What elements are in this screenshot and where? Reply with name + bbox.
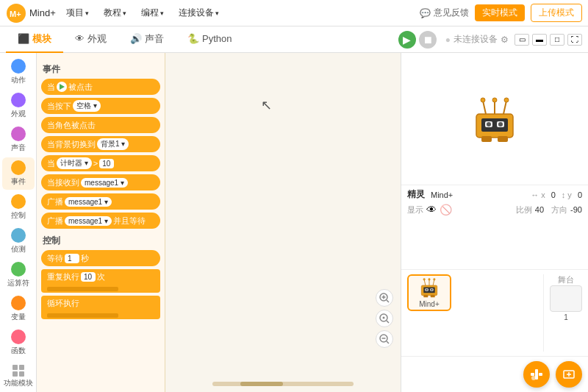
sidebar-item-label: 功能模块 [4, 378, 33, 388]
block-repeat[interactable]: 重复执行 10 次 [41, 269, 160, 293]
add-sprite-button[interactable] [523, 361, 550, 388]
sidebar-item-variables[interactable]: 变量 [2, 293, 35, 325]
svg-point-28 [504, 98, 509, 102]
svg-point-22 [498, 122, 503, 126]
svg-rect-43 [423, 295, 428, 297]
add-buttons-row [401, 356, 588, 392]
sprite-scale-value: 40 [535, 205, 544, 214]
svg-line-13 [387, 321, 389, 323]
sprite-thumb-label: Mind+ [419, 300, 440, 308]
sprite-thumb-mindplus[interactable]: Mind+ [407, 274, 451, 311]
logo-icon: M+ [6, 3, 26, 24]
topbar: M+ Mind+ 项目 ▾ 教程 ▾ 编程 ▾ 连接设备 ▾ 💬 意见反馈 实时… [0, 0, 588, 26]
sidebar-item-label: 事件 [11, 177, 26, 187]
sidebar-item-extensions[interactable]: 功能模块 [2, 360, 35, 391]
block-when-key-pressed[interactable]: 当按下 空格 ▾ [41, 98, 160, 114]
block-when-timer-greater[interactable]: 当 计时器 ▾ > 10 [41, 155, 160, 171]
block-broadcast[interactable]: 广播 message1 ▾ [41, 193, 160, 210]
menu-item-device[interactable]: 连接设备 ▾ [174, 7, 223, 19]
sidebar: 动作 外观 声音 事件 控制 侦测 运算符 变量 [0, 53, 37, 392]
block-broadcast-wait[interactable]: 广播 message1 ▾ 并且等待 [41, 213, 160, 229]
sidebar-item-events[interactable]: 事件 [2, 157, 35, 190]
sidebar-item-operators[interactable]: 运算符 [2, 259, 35, 291]
sidebar-item-sensing[interactable]: 侦测 [2, 225, 35, 257]
sidebar-item-label: 侦测 [11, 244, 26, 254]
sprite-robot [465, 93, 524, 145]
visibility-eye-button[interactable]: 👁 [426, 204, 437, 215]
sidebar-item-label: 变量 [11, 312, 26, 322]
menu-item-project[interactable]: 项目 ▾ [62, 7, 93, 19]
sound-icon: 🔊 [130, 33, 142, 44]
stage-medium-icon[interactable]: ▬ [532, 34, 547, 46]
stage-small-icon[interactable]: ▭ [514, 34, 529, 46]
block-wait[interactable]: 等待 1 秒 [41, 250, 160, 266]
add-sprite-icon [529, 367, 544, 382]
svg-line-37 [424, 279, 426, 285]
upload-mode-button[interactable]: 上传模式 [531, 4, 582, 22]
stage-column: 舞台 1 [543, 274, 582, 352]
svg-rect-44 [431, 295, 435, 297]
sidebar-item-control[interactable]: 控制 [2, 191, 35, 224]
svg-point-21 [487, 122, 491, 126]
svg-point-42 [434, 279, 436, 281]
tab-sounds[interactable]: 🔊 声音 [118, 26, 176, 53]
visibility-hide-button[interactable]: 🚫 [440, 204, 452, 215]
svg-rect-30 [498, 136, 508, 142]
eye-icon: 👁 [75, 33, 85, 44]
sprite-y-value: 0 [578, 190, 582, 199]
tab-python[interactable]: 🐍 Python [176, 26, 243, 53]
zoom-fit-button[interactable] [376, 310, 393, 327]
sidebar-item-sound[interactable]: 声音 [2, 124, 35, 156]
stage-display[interactable] [401, 53, 588, 185]
stage-size-controls: ▭ ▬ □ ⛶ [514, 34, 582, 46]
svg-rect-47 [539, 373, 542, 376]
logo: M+ Mind+ [6, 3, 56, 24]
stage-fullscreen-icon[interactable]: ⛶ [567, 34, 582, 46]
sidebar-item-label: 声音 [11, 143, 26, 153]
block-when-sprite-clicked[interactable]: 当角色被点击 [41, 117, 160, 133]
sidebar-item-motion[interactable]: 动作 [2, 56, 35, 88]
feedback-button[interactable]: 💬 意见反馈 [420, 7, 469, 19]
device-settings-icon[interactable]: ⚙ [501, 35, 509, 45]
events-category-title: 事件 [43, 63, 160, 76]
green-flag-button[interactable]: ▶ [398, 31, 416, 49]
device-status: ● 未连接设备 ⚙ [445, 33, 509, 46]
block-when-flag-clicked[interactable]: 当 被点击 [41, 79, 160, 95]
add-backdrop-button[interactable] [556, 361, 582, 388]
svg-text:M+: M+ [10, 10, 21, 18]
realtime-mode-button[interactable]: 实时模式 [475, 4, 525, 21]
menu-item-tutorial[interactable]: 教程 ▾ [99, 7, 131, 19]
svg-line-41 [433, 279, 434, 285]
stop-button[interactable]: ⏹ [419, 31, 437, 49]
sprite-thumbnails: Mind+ [407, 274, 543, 352]
sprite-name-value: Mind+ [431, 190, 453, 199]
extensions-icon [11, 363, 26, 378]
tab-costumes[interactable]: 👁 外观 [63, 26, 118, 53]
sidebar-item-functions[interactable]: 函数 [2, 327, 35, 359]
block-when-receive[interactable]: 当接收到 message1 ▾ [41, 174, 160, 190]
svg-point-38 [423, 279, 426, 281]
sprite-x-value: 0 [551, 190, 556, 199]
menu-item-programming[interactable]: 编程 ▾ [137, 7, 168, 19]
functions-dot [11, 329, 26, 344]
sprite-list-area: Mind+ 舞台 1 [401, 269, 588, 357]
sidebar-item-looks[interactable]: 外观 [2, 90, 35, 122]
stage-bg-thumb[interactable] [550, 285, 582, 312]
svg-point-26 [492, 98, 497, 102]
horizontal-scrollbar[interactable] [212, 382, 354, 386]
events-dot [11, 160, 26, 175]
block-forever[interactable]: 循环执行 [41, 296, 160, 319]
block-when-backdrop-switches[interactable]: 当背景切换到 背景1 ▾ [41, 136, 160, 152]
stage-large-icon[interactable]: □ [550, 34, 564, 46]
svg-line-27 [503, 101, 506, 114]
svg-point-40 [429, 279, 431, 281]
canvas-area[interactable]: ↖ [165, 53, 401, 392]
svg-point-35 [426, 289, 428, 291]
tab-blocks[interactable]: ⬛ 模块 [6, 26, 63, 53]
zoom-out-icon [379, 334, 390, 344]
motion-dot [11, 59, 26, 74]
zoom-in-button[interactable] [376, 289, 393, 307]
variables-dot [11, 296, 26, 310]
zoom-out-button[interactable] [376, 330, 393, 348]
sprite-section-label: 精灵 [407, 188, 425, 201]
